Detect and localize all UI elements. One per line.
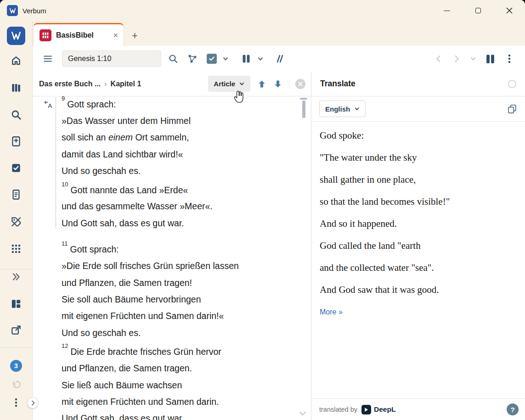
- sidebar-expand-button[interactable]: [27, 397, 39, 409]
- copy-icon: [507, 104, 517, 114]
- bible-text: und Pflanzen, die Samen tragen!: [62, 278, 192, 288]
- sidebar-item-floating-window[interactable]: [0, 324, 32, 336]
- breadcrumb-book[interactable]: Das erste Buch ...: [39, 80, 101, 88]
- translation-line: "The water under the sky: [320, 151, 516, 164]
- new-tab-button[interactable]: +: [132, 31, 138, 41]
- sidebar-item-layouts[interactable]: [0, 298, 32, 310]
- tab-basisbibel[interactable]: BasisBibel ×: [33, 23, 124, 46]
- translation-line: God called the land "earth: [320, 240, 516, 252]
- sidebar-item-documents[interactable]: [0, 189, 32, 201]
- sync-indicator-icon[interactable]: [508, 80, 516, 88]
- sidebar-item-tools[interactable]: [0, 243, 32, 255]
- bible-text: Und Gott sah, dass es gut war.: [62, 413, 184, 420]
- next-article-button[interactable]: [273, 79, 282, 89]
- article-dropdown[interactable]: Article: [208, 76, 250, 92]
- notifications-button[interactable]: 3: [0, 360, 32, 372]
- menu-icon: [43, 54, 53, 64]
- forward-button[interactable]: [452, 54, 462, 64]
- sidebar-item-library[interactable]: [0, 82, 32, 94]
- breadcrumb-chapter[interactable]: Kapitel 1: [111, 80, 141, 88]
- translation-line: And so it happened.: [320, 218, 516, 230]
- double-slash-icon: [274, 53, 285, 64]
- bible-text: damit das Land sichtbar wird!«: [62, 149, 183, 159]
- panel-menu-button[interactable]: [43, 54, 53, 64]
- undo-icon: [11, 379, 22, 390]
- visual-filters-button[interactable]: [207, 54, 217, 64]
- deepl-attribution: DeepL: [361, 405, 395, 414]
- scrollbar-thumb[interactable]: [302, 101, 305, 118]
- sidebar-divider: [0, 269, 33, 269]
- reference-input[interactable]: [62, 50, 161, 67]
- bible-text: »Das Wasser unter dem Himmel: [62, 116, 191, 126]
- more-link[interactable]: More »: [320, 308, 343, 316]
- floating-window-icon: [10, 324, 22, 336]
- help-button[interactable]: ?: [507, 403, 519, 415]
- back-button[interactable]: [434, 54, 444, 64]
- translation-line: and the collected water "sea".: [320, 262, 516, 274]
- tab-close-button[interactable]: ×: [113, 31, 118, 39]
- verse-number: 9: [62, 96, 65, 102]
- clear-button[interactable]: [295, 79, 305, 89]
- translation-line: And God saw that it was good.: [320, 284, 516, 296]
- bible-line: Und Gott sah, dass es gut war.: [62, 410, 293, 420]
- bible-text: Und so geschah es.: [62, 328, 141, 338]
- previous-article-button[interactable]: [257, 79, 266, 89]
- scrollbar[interactable]: [300, 98, 307, 118]
- translation-body: God spoke: "The water under the sky shal…: [311, 122, 525, 398]
- language-label: English: [325, 105, 350, 113]
- bible-text: Gott sprach:: [70, 244, 119, 254]
- language-dropdown[interactable]: English: [319, 101, 366, 117]
- inline-search-button[interactable]: [168, 53, 179, 64]
- checkbox-icon: [10, 162, 22, 174]
- layout-icon: [10, 298, 22, 310]
- bible-line: und das gesammelte Wasser »Meer«.: [62, 198, 293, 214]
- history-dropdown[interactable]: [469, 55, 477, 62]
- close-icon: [506, 7, 513, 14]
- maximize-button[interactable]: [463, 0, 494, 21]
- sidebar-item-search[interactable]: [0, 109, 32, 121]
- arrow-down-icon: [273, 79, 282, 89]
- deepl-logo-icon: [361, 405, 371, 414]
- parallel-resources-dropdown[interactable]: [257, 56, 264, 62]
- bible-line: und Pflanzen, die Samen tragen.: [62, 360, 293, 376]
- text-size-icon[interactable]: A: [43, 97, 53, 114]
- apps-grid-icon: [10, 243, 22, 255]
- toolbar-right-group: [434, 53, 515, 65]
- bible-line: mit eigenen Früchten und Samen darin!«: [62, 308, 293, 324]
- sidebar-item-bible[interactable]: [0, 135, 32, 147]
- visual-filters-dropdown[interactable]: [222, 56, 229, 62]
- notifications-badge: 3: [10, 360, 22, 372]
- bible-text: Gott nannte das Land »Erde«: [70, 185, 188, 195]
- close-button[interactable]: [494, 0, 525, 21]
- panel-layout-button[interactable]: [485, 53, 496, 65]
- multiple-resources-button[interactable]: [274, 53, 285, 64]
- nav-divider: [289, 79, 289, 89]
- bible-text: Gott sprach:: [67, 99, 116, 109]
- sidebar-verbum-logo[interactable]: [0, 27, 32, 45]
- chevron-down-icon: [299, 411, 307, 417]
- undo-button[interactable]: [0, 379, 32, 390]
- copy-button[interactable]: [507, 104, 517, 114]
- translate-pane: Translate English God spoke:: [311, 72, 525, 420]
- kebab-icon: [11, 397, 22, 408]
- home-icon: [10, 55, 22, 67]
- bible-paragraph: 11Gott sprach: »Die Erde soll frisches G…: [62, 239, 293, 420]
- parallel-resources-button[interactable]: [241, 53, 252, 64]
- bible-text: Die Erde brachte frisches Grün hervor: [70, 347, 221, 357]
- sidebar-item-markup-off[interactable]: [0, 216, 32, 228]
- bible-line: Und so geschah es.: [62, 325, 293, 341]
- window-title: Verbum: [23, 7, 46, 15]
- language-row: English: [311, 96, 525, 122]
- scroll-down-button[interactable]: [299, 411, 307, 418]
- bible-line: 11Gott sprach:: [62, 239, 293, 258]
- bible-text-emphasis: einem: [108, 132, 133, 142]
- verse-number: 10: [62, 181, 68, 188]
- bible-line: soll sich an einem Ort sammeln,: [62, 129, 293, 146]
- bible-line: »Die Erde soll frisches Grün sprießen la…: [62, 258, 293, 274]
- minimize-button[interactable]: [431, 0, 463, 21]
- sidebar-item-home[interactable]: [0, 55, 32, 67]
- sidebar-expand-tabs[interactable]: [0, 271, 32, 283]
- sidebar-item-workflow[interactable]: [0, 162, 32, 174]
- panel-options-button[interactable]: [504, 53, 515, 64]
- corresponding-words-button[interactable]: [187, 53, 198, 64]
